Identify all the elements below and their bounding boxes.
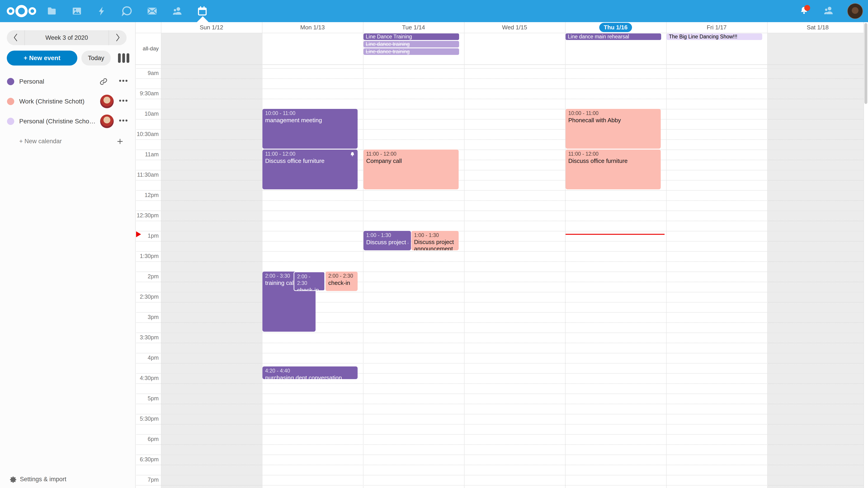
event[interactable]: 11:00 - 12:00Company call [364,150,459,189]
app-mail[interactable] [147,6,158,17]
event[interactable]: 1:00 - 1:30Discuss project announcement [411,231,459,250]
new-calendar-button[interactable]: + New calendar [0,134,135,150]
half-hour-gridline [136,434,868,435]
app-photos[interactable] [71,6,82,17]
quarter-hour-gridline [136,241,868,241]
event-time: 4:20 - 4:40 [265,367,355,374]
allday-event[interactable]: The Big Line Dancing Show!!! [666,33,762,40]
allday-event[interactable]: Line dance training [364,41,459,47]
people-icon [172,6,183,17]
event-title: check-in [328,279,355,287]
column-divider [363,22,364,488]
settings-import-button[interactable]: Settings & import [0,472,135,488]
half-hour-gridline [136,271,868,272]
event-title: Discuss project announcement [414,238,456,250]
plus-icon [116,138,124,147]
allday-event[interactable]: Line Dance Training [364,33,459,40]
notifications-button[interactable] [798,5,810,17]
calendar-owner-avatar [100,115,114,128]
time-label: 11am [136,151,159,158]
time-label: 7pm [136,477,159,483]
quarter-hour-gridline [136,221,868,221]
allday-divider [135,64,868,65]
event[interactable]: 10:00 - 11:00management meeting [262,109,358,149]
weekend-allday-background [161,33,262,64]
half-hour-gridline [136,170,868,170]
app-contacts[interactable] [172,6,183,17]
settings-import-label: Settings & import [20,476,66,483]
lightning-icon [97,6,107,16]
nextcloud-logo-icon[interactable] [7,5,36,17]
event[interactable]: 2:00 - 2:30check-in [326,271,358,291]
contacts-menu-button[interactable] [823,5,834,17]
calendar-actions-menu-icon[interactable] [119,120,127,122]
quarter-hour-gridline [136,322,868,323]
calendar-name: Personal (Christine Scho… [19,118,95,125]
half-hour-gridline [136,210,868,211]
topbar [0,0,868,22]
half-hour-gridline [136,89,868,89]
event[interactable]: 2:00 - 2:30check-in [293,271,325,291]
app-calendar[interactable] [197,6,208,17]
app-activity[interactable] [96,6,107,17]
day-header-mon[interactable]: Mon 1/13 [262,22,363,33]
calendar-name: Personal [19,78,95,85]
time-label: 12pm [136,192,159,198]
person-icon [823,5,834,17]
day-header-label: Sat 1/18 [807,24,829,31]
half-hour-gridline [136,292,868,292]
previous-week-button[interactable] [7,30,25,45]
column-divider [262,22,262,488]
event[interactable]: 10:00 - 11:00Phonecall with Abby [565,109,661,149]
time-label: 10am [136,110,159,117]
half-hour-gridline [136,150,868,150]
calendar-item-personal-christine-schott[interactable]: Personal (Christine Scho… [0,111,135,131]
user-avatar[interactable] [847,3,863,19]
calendar-actions-menu-icon[interactable] [119,100,127,102]
quarter-hour-gridline [136,445,868,445]
event[interactable]: 11:00 - 12:00Discuss office furniture [262,150,358,189]
calendar-item-personal[interactable]: Personal [0,72,135,92]
allday-event[interactable]: Line dance training [364,48,459,55]
event[interactable]: 1:00 - 1:30Discuss project announcement [364,231,411,250]
event-time: 1:00 - 1:30 [414,232,456,238]
app-talk[interactable] [122,6,132,17]
quarter-hour-gridline [136,180,868,181]
day-header-sat[interactable]: Sat 1/18 [767,22,868,33]
calendar-grid: Sun 1/12Mon 1/13Tue 1/14Wed 1/15Thu 1/16… [135,22,868,488]
day-header-tue[interactable]: Tue 1/14 [363,22,464,33]
event-title: Discuss office furniture [265,157,355,164]
time-label: 5pm [136,395,159,402]
day-header-sun[interactable]: Sun 1/12 [161,22,262,33]
quarter-hour-gridline [136,160,868,160]
half-hour-gridline [136,394,868,394]
allday-event[interactable]: Line dance main rehearsal [565,33,661,40]
event[interactable]: 11:00 - 12:00Discuss office furniture [565,150,661,189]
day-header-wed[interactable]: Wed 1/15 [464,22,565,33]
photos-icon [72,6,82,16]
new-event-button[interactable]: + New event [7,51,77,66]
scrollbar-thumb[interactable] [864,23,867,104]
day-header-thu[interactable]: Thu 1/16 [565,22,666,33]
calendar-actions-menu-icon[interactable] [119,80,127,82]
quarter-hour-gridline [136,119,868,120]
logo-circle [29,7,36,15]
calendar-owner-avatar [100,95,114,108]
day-header-fri[interactable]: Fri 1/17 [666,22,767,33]
weekend-allday-background [767,33,868,64]
current-time-line [565,234,664,235]
logo-circle [7,7,14,15]
week-label[interactable]: Week 3 of 2020 [25,34,108,41]
event-time: 11:00 - 12:00 [265,151,355,157]
time-label: 9am [136,70,159,76]
today-button[interactable]: Today [81,51,111,66]
app-files[interactable] [46,6,57,17]
calendar-item-work-christine-schott[interactable]: Work (Christine Schott) [0,92,135,111]
half-hour-gridline [136,231,868,231]
next-week-button[interactable] [108,30,127,45]
gear-icon [9,476,17,484]
share-link-icon[interactable] [99,77,107,87]
week-view-toggle-icon[interactable] [118,53,129,63]
column-divider [161,22,161,488]
event[interactable]: 4:20 - 4:40purchasing dept conversation [262,366,358,379]
